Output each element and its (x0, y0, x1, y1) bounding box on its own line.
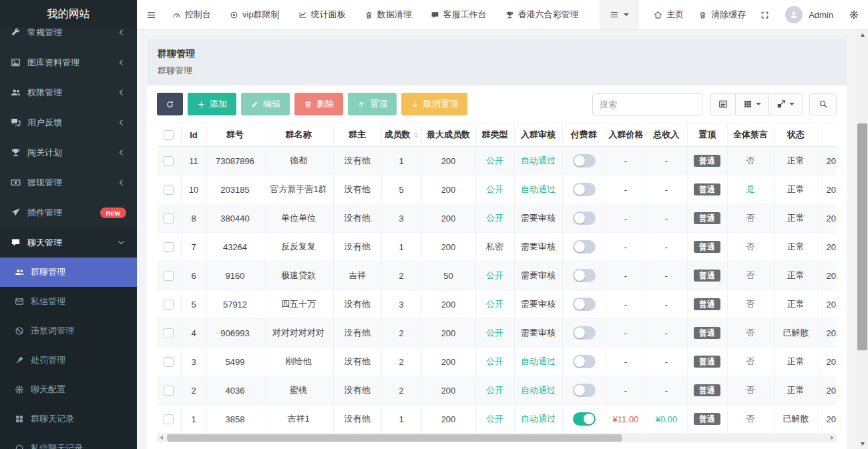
sidebar-item[interactable]: 图库资料管理 (0, 47, 137, 77)
row-checkbox[interactable] (164, 300, 174, 310)
fullscreen-button[interactable] (761, 11, 769, 19)
paid-toggle[interactable] (573, 384, 596, 397)
paid-toggle[interactable] (573, 326, 596, 340)
app-logo[interactable]: 我的网站 (0, 0, 137, 28)
scroll-right-arrow-icon[interactable] (831, 436, 834, 440)
paid-toggle[interactable] (573, 298, 596, 311)
sidebar-subitem[interactable]: 群聊天记录 (0, 404, 137, 434)
scroll-up-arrow[interactable] (857, 30, 868, 40)
nav-clear-cache[interactable]: 清除缓存 (698, 9, 746, 21)
avatar[interactable] (785, 6, 803, 23)
nav-item[interactable]: vip群限制 (230, 9, 280, 21)
table-row[interactable]: 24036蜜桃没有他2200公开自动通过--普通否正常202 (157, 376, 837, 405)
scroll-left-arrow-icon[interactable] (160, 436, 163, 440)
sidebar-item[interactable]: 插件管理new (0, 197, 137, 228)
column-header[interactable]: 付费群 (562, 123, 606, 147)
cell-value: 202 (827, 156, 837, 166)
sidebar-item[interactable]: 聊天管理 (0, 228, 137, 258)
column-header[interactable]: 总收入 (646, 123, 687, 147)
row-checkbox[interactable] (164, 328, 174, 338)
table-row[interactable]: 69160极速贷款吉祥250公开需要审核--普通否正常202 (157, 262, 837, 290)
sidebar-item[interactable]: 提现管理 (0, 167, 137, 197)
table-row[interactable]: 10203185官方新手营1群没有他5200公开自动通过--普通是正常202 (157, 175, 837, 204)
vertical-scrollbar-thumb[interactable] (857, 123, 867, 350)
pin-badge: 普通 (694, 384, 720, 396)
export-dropdown-button[interactable] (769, 93, 803, 115)
horizontal-scrollbar[interactable] (157, 434, 837, 442)
add-button[interactable]: 添加 (188, 93, 236, 115)
pin-button[interactable]: 置顶 (348, 93, 397, 115)
column-header[interactable]: 入群审核 (514, 123, 562, 147)
column-header[interactable]: 状态 (774, 123, 818, 147)
detail-view-button[interactable] (710, 93, 736, 115)
sidebar-subitem[interactable]: 处罚管理 (0, 346, 137, 375)
paid-toggle[interactable] (573, 355, 596, 368)
sidebar-item[interactable]: 权限管理 (0, 77, 137, 107)
row-checkbox[interactable] (164, 271, 174, 281)
settings-button[interactable] (849, 10, 859, 19)
paid-toggle[interactable] (573, 154, 596, 167)
select-all-checkbox[interactable] (164, 130, 174, 140)
user-name[interactable]: Admin (809, 10, 833, 20)
cell-value: 蜜桃 (290, 385, 307, 395)
column-header[interactable]: 群名称 (264, 123, 333, 147)
sidebar-subitem[interactable]: 违禁词管理 (0, 316, 137, 346)
sidebar-subitem[interactable]: 聊天配置 (0, 375, 137, 404)
table-row[interactable]: 743264反反复复没有他1200私密需要审核--普通否正常202 (157, 233, 837, 262)
nav-home[interactable]: 主页 (654, 9, 684, 21)
paid-toggle[interactable] (573, 412, 596, 426)
column-header[interactable]: 群类型 (475, 123, 514, 147)
edit-button[interactable]: 编辑 (241, 93, 290, 115)
table-row[interactable]: 13858吉祥1没有他1200公开自动通过¥11.00¥0.00普通否已解散20… (157, 405, 837, 434)
column-header[interactable]: 群主 (333, 123, 381, 147)
sidebar-item[interactable]: 闯关计划 (0, 137, 137, 167)
refresh-button[interactable] (157, 93, 183, 115)
columns-dropdown-button[interactable] (735, 93, 769, 115)
table-cell: 203185 (206, 175, 264, 204)
column-header[interactable]: 全体禁言 (727, 123, 774, 147)
paid-toggle[interactable] (573, 269, 596, 282)
column-header[interactable] (818, 123, 837, 147)
scroll-down-arrow[interactable] (857, 439, 868, 449)
sidebar-subitem[interactable]: 私信管理 (0, 287, 137, 316)
nav-item[interactable]: 控制台 (172, 9, 211, 21)
column-header[interactable]: 置顶 (687, 123, 727, 147)
row-checkbox[interactable] (164, 185, 174, 195)
cell-value: 正常 (787, 213, 805, 223)
table-row[interactable]: 8380440单位单位没有他3200公开需要审核--普通否正常202 (157, 204, 837, 233)
paid-toggle[interactable] (573, 240, 596, 254)
row-checkbox[interactable] (164, 213, 174, 223)
paid-toggle[interactable] (573, 211, 596, 225)
row-checkbox[interactable] (164, 357, 174, 367)
row-checkbox[interactable] (164, 156, 174, 166)
table-row[interactable]: 557912四五十万没有他3200公开需要审核--普通否正常202 (157, 290, 837, 319)
unpin-button[interactable]: 取消置顶 (401, 93, 467, 115)
paid-toggle[interactable] (573, 183, 596, 196)
nav-item[interactable]: 客服工作台 (431, 9, 487, 21)
nav-item[interactable]: 香港六合彩管理 (505, 9, 579, 21)
search-submit-button[interactable] (809, 93, 837, 115)
nav-item[interactable]: 统计面板 (298, 9, 346, 21)
sidebar-subitem[interactable]: 私信聊天记录 (0, 434, 137, 449)
column-header[interactable]: Id (181, 123, 206, 147)
table-row[interactable]: 1173087896德都没有他1200公开自动通过--普通否正常202 (157, 147, 837, 175)
vertical-scrollbar[interactable] (857, 30, 868, 449)
column-header-label: 付费群 (571, 129, 597, 139)
column-header[interactable]: 群号 (206, 123, 264, 147)
table-row[interactable]: 4906993对对对对对对没有他2200公开需要审核--普通否已解散202 (157, 319, 837, 348)
column-header[interactable]: 成员数 (381, 123, 421, 147)
table-row[interactable]: 35499刚给他没有他2200公开自动通过--普通否正常202 (157, 348, 837, 376)
row-checkbox[interactable] (164, 242, 174, 252)
sidebar-toggle-icon[interactable] (146, 10, 156, 20)
horizontal-scrollbar-thumb[interactable] (167, 434, 622, 442)
row-checkbox[interactable] (164, 414, 174, 424)
row-checkbox[interactable] (164, 386, 174, 396)
column-header[interactable]: 最大成员数 (421, 123, 475, 147)
nav-item[interactable]: 数据清理 (365, 9, 412, 21)
sidebar-item[interactable]: 用户反馈 (0, 107, 137, 137)
delete-button[interactable]: 删除 (294, 93, 343, 115)
search-input[interactable] (592, 93, 702, 115)
sidebar-subitem[interactable]: 群聊管理 (0, 258, 137, 287)
column-header[interactable]: 入群价格 (606, 123, 646, 147)
nav-list-dropdown[interactable] (600, 0, 639, 29)
